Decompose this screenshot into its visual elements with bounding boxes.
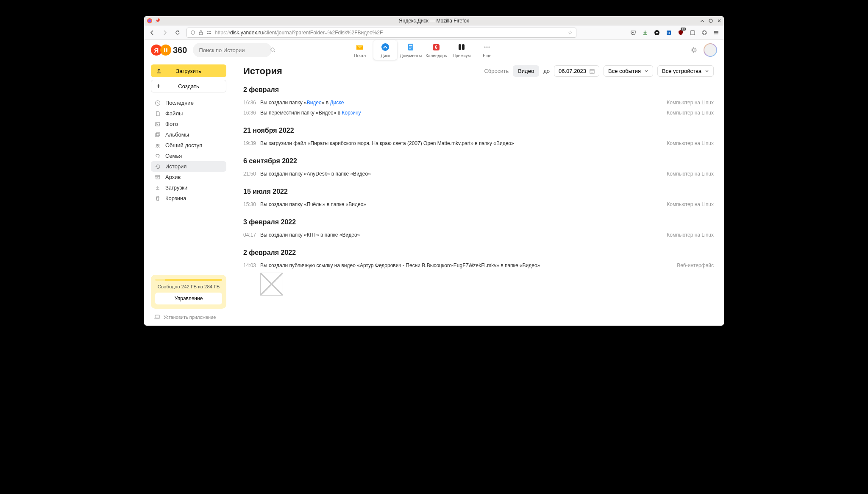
sidebar-item-file[interactable]: Файлы xyxy=(151,108,226,119)
filter-type[interactable]: Видео xyxy=(513,65,539,77)
image-icon xyxy=(154,121,161,127)
extension-icon-2[interactable]: Я xyxy=(665,29,672,36)
app-Календарь[interactable]: 6Календарь xyxy=(424,40,448,60)
reload-button[interactable] xyxy=(174,29,181,36)
window-title: Яндекс.Диск — Mozilla Firefox xyxy=(399,18,469,24)
event-time: 14:03 xyxy=(243,262,260,268)
back-button[interactable] xyxy=(148,29,156,36)
event-time: 16:36 xyxy=(243,100,260,106)
create-button[interactable]: + Создать xyxy=(151,80,226,92)
filter-to-label: до xyxy=(543,68,550,74)
event-link[interactable]: Диске xyxy=(330,100,344,106)
bookmark-star-icon[interactable]: ☆ xyxy=(568,30,573,36)
url-field[interactable]: https://disk.yandex.ru/client/journal?pa… xyxy=(186,28,576,38)
svg-point-41 xyxy=(592,72,592,72)
event-time: 16:36 xyxy=(243,110,260,116)
sidebar-item-album[interactable]: Альбомы xyxy=(151,129,226,140)
app-icon xyxy=(355,42,365,52)
svg-point-40 xyxy=(591,72,591,72)
svg-point-1 xyxy=(148,19,151,22)
sidebar-item-trash[interactable]: Корзина xyxy=(151,193,226,204)
lock-icon xyxy=(199,30,203,35)
sidebar-item-download[interactable]: Загрузки xyxy=(151,182,226,193)
svg-rect-12 xyxy=(690,31,695,35)
filter-date[interactable]: 06.07.2023 xyxy=(554,65,599,77)
svg-rect-18 xyxy=(409,45,412,46)
account-icon[interactable] xyxy=(689,29,696,36)
event-time: 04:17 xyxy=(243,232,260,238)
svg-rect-24 xyxy=(462,44,465,50)
app-icon xyxy=(406,42,416,52)
upload-button[interactable]: Загрузить xyxy=(151,64,226,77)
chevron-down-icon xyxy=(644,70,648,73)
app-Документы[interactable]: Документы xyxy=(399,40,423,60)
downloads-icon[interactable] xyxy=(642,29,648,36)
history-event: 19:39Вы загрузили файл «Пираты карибског… xyxy=(243,140,714,146)
app-Диск[interactable]: Диск xyxy=(373,40,397,60)
svg-rect-23 xyxy=(459,44,461,50)
yandex-360-logo[interactable]: Я 360 xyxy=(151,45,187,56)
event-time: 15:30 xyxy=(243,201,260,207)
sidebar-item-heart[interactable]: Семья xyxy=(151,151,226,161)
upload-icon xyxy=(156,68,162,74)
window-close[interactable] xyxy=(717,19,721,23)
page-title: История xyxy=(243,66,282,77)
filter-devices[interactable]: Все устройства xyxy=(657,65,714,77)
history-group: 3 февраля 202204:17Вы создали папку «КПТ… xyxy=(243,218,714,238)
history-event: 14:03Вы создали публичную ссылку на виде… xyxy=(243,262,714,268)
event-link[interactable]: Корзину xyxy=(342,110,361,116)
sidebar: Загрузить + Создать ПоследниеФайлыФотоАл… xyxy=(144,60,233,326)
svg-rect-7 xyxy=(209,33,211,34)
window-maximize[interactable] xyxy=(709,19,713,23)
app-Ещё[interactable]: Ещё xyxy=(475,40,499,60)
event-device: Веб-интерфейс xyxy=(677,262,714,268)
manage-storage-button[interactable]: Управление xyxy=(155,293,222,304)
svg-rect-39 xyxy=(590,70,594,73)
svg-rect-30 xyxy=(156,123,160,126)
event-thumbnail[interactable] xyxy=(260,273,283,296)
permissions-icon[interactable] xyxy=(206,30,211,35)
search-input[interactable] xyxy=(199,47,270,53)
pin-icon[interactable]: 📌 xyxy=(155,18,160,23)
sidebar-item-clock[interactable]: Последние xyxy=(151,98,226,108)
app-Почта[interactable]: Почта xyxy=(348,40,372,60)
group-date: 21 ноября 2022 xyxy=(243,127,714,134)
sidebar-item-history[interactable]: История xyxy=(151,161,226,172)
extensions-icon[interactable] xyxy=(701,29,708,36)
event-device: Компьютер на Linux xyxy=(667,100,714,106)
filter-events[interactable]: Все события xyxy=(604,65,653,77)
menu-icon[interactable] xyxy=(713,29,720,36)
svg-text:Я: Я xyxy=(668,31,670,35)
extension-ublock-icon[interactable]: 13 xyxy=(677,29,684,36)
event-text: Вы переместили папку «Видео» в Корзину xyxy=(260,110,658,116)
svg-point-26 xyxy=(487,46,488,47)
file-icon xyxy=(154,111,161,117)
settings-icon[interactable] xyxy=(690,46,698,54)
pocket-icon[interactable] xyxy=(630,29,637,36)
user-avatar[interactable] xyxy=(704,43,717,57)
window-minimize[interactable] xyxy=(700,19,704,23)
install-app-link[interactable]: Установить приложение xyxy=(151,313,226,321)
event-link[interactable]: Видео xyxy=(307,100,322,106)
firefox-icon xyxy=(147,18,153,24)
event-text: Вы создали папку «КПТ» в папке «Видео» xyxy=(260,232,658,238)
sidebar-item-image[interactable]: Фото xyxy=(151,119,226,129)
extension-icon-1[interactable] xyxy=(654,29,660,36)
filter-reset[interactable]: Сбросить xyxy=(484,68,509,74)
svg-rect-32 xyxy=(156,134,159,137)
svg-point-28 xyxy=(693,49,695,51)
sidebar-item-share[interactable]: Общий доступ xyxy=(151,140,226,151)
svg-rect-4 xyxy=(207,31,209,32)
svg-text:6: 6 xyxy=(435,45,438,50)
event-device: Компьютер на Linux xyxy=(667,171,714,177)
sidebar-item-archive[interactable]: Архив xyxy=(151,172,226,182)
calendar-icon xyxy=(590,69,595,74)
shield-icon xyxy=(190,30,195,35)
app-Премиум[interactable]: Премиум xyxy=(450,40,473,60)
forward-button[interactable] xyxy=(161,29,169,36)
svg-point-42 xyxy=(593,72,593,72)
search-box[interactable] xyxy=(193,43,272,57)
album-icon xyxy=(154,132,161,138)
group-date: 3 февраля 2022 xyxy=(243,218,714,226)
history-group: 21 ноября 202219:39Вы загрузили файл «Пи… xyxy=(243,127,714,146)
